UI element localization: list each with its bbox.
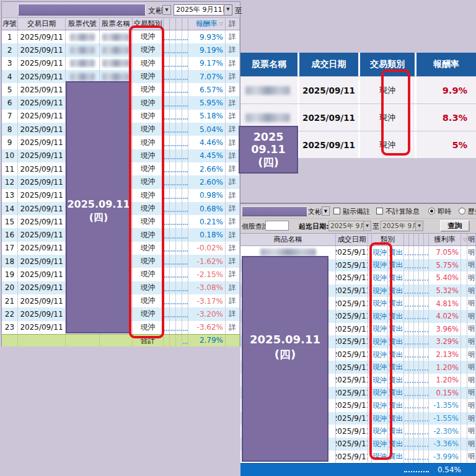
show-note-checkbox[interactable] (333, 208, 340, 214)
to-date-select[interactable]: 2025年 9月10日 ▼ (381, 221, 423, 231)
censor-dots (177, 223, 182, 225)
col-product-name[interactable]: 商品名稱 (240, 234, 336, 245)
col-deal-date[interactable]: 成交日期 (336, 234, 368, 245)
detail-link[interactable]: 明 (467, 297, 476, 310)
detail-link[interactable]: 詳 (226, 149, 240, 162)
empty-cell (461, 387, 467, 400)
chevron-down-icon[interactable]: ▼ (363, 221, 371, 231)
detail-link[interactable]: 詳 (226, 96, 240, 109)
detail-link[interactable]: 明 (467, 361, 476, 374)
composite-screenshot: { "icons": { "chevron_down": "▼", "sort_… (0, 0, 476, 476)
table-row[interactable]: 1 2025/09/11 現沖 9.93% 詳 (2, 30, 240, 43)
detail-link[interactable]: 明 (467, 335, 476, 348)
daytrade-type-cell: 現沖 (372, 284, 388, 298)
detail-link[interactable]: 詳 (226, 57, 240, 70)
detail-link[interactable]: 詳 (226, 215, 240, 228)
chevron-down-icon[interactable]: ▼ (224, 5, 232, 15)
from-date-select[interactable]: 2025年 9月10日 ▼ (328, 221, 371, 231)
detail-link[interactable]: 詳 (226, 83, 240, 96)
detail-link[interactable]: 詳 (226, 70, 240, 83)
censored-stock-name (102, 60, 130, 67)
col-seq[interactable]: 序號 (2, 18, 18, 30)
detail-link[interactable]: 明 (467, 348, 476, 361)
no-exdividend-checkbox[interactable] (376, 208, 383, 214)
history-radio[interactable] (459, 208, 465, 214)
censored-cell (409, 412, 414, 425)
detail-link[interactable]: 明 (467, 284, 476, 298)
chevron-down-icon[interactable]: ▼ (322, 206, 330, 216)
censored-account-dropdown[interactable] (242, 206, 307, 216)
detail-link[interactable]: 詳 (226, 162, 240, 175)
detail-link[interactable]: 詳 (226, 242, 240, 255)
overlay-date: 2025.09.11 (243, 332, 327, 346)
col-stock-name[interactable]: 股票名稱 (100, 18, 133, 30)
col-deal-date[interactable]: 成交日期 (299, 53, 360, 76)
detail-link[interactable]: 詳 (226, 228, 240, 241)
detail-link[interactable]: 詳 (226, 30, 240, 43)
return-rate-cell: 9.19% (188, 43, 226, 56)
detail-link[interactable]: 明 (467, 374, 476, 387)
censored-cell (182, 162, 188, 175)
stock-query-input[interactable] (265, 221, 289, 231)
detail-link[interactable]: 明 (467, 259, 476, 272)
detail-link[interactable]: 詳 (226, 268, 240, 281)
detail-link[interactable]: 詳 (226, 307, 240, 320)
table-row[interactable]: 2 2025/09/11 現沖 9.19% 詳 (2, 43, 240, 56)
col-trade-type[interactable]: 交易類別 (360, 53, 416, 76)
sort-icon[interactable]: ▽ (219, 21, 223, 27)
col-type[interactable]: 類別 (372, 234, 404, 245)
col-detail[interactable]: 詳 (226, 18, 240, 30)
query-button[interactable]: 查詢 (440, 220, 470, 232)
detail-link[interactable]: 詳 (226, 294, 240, 307)
col-return-rate[interactable]: 報酬率 (416, 53, 476, 76)
censored-stock-code (70, 46, 95, 54)
col-stock-code[interactable]: 股票代號 (66, 18, 100, 30)
censored-product-name (260, 249, 316, 256)
deal-date-cell: 2025/9/11 (336, 374, 368, 387)
censored-cell (409, 259, 414, 272)
censor-dots (183, 289, 188, 291)
censored-cell (419, 387, 424, 400)
detail-link[interactable]: 明 (467, 246, 476, 259)
detail-link[interactable]: 詳 (226, 175, 240, 188)
detail-link[interactable]: 明 (467, 387, 476, 400)
detail-link[interactable]: 明 (467, 438, 476, 451)
daytrade-type-cell: 現沖 (372, 438, 388, 451)
detail-link[interactable]: 詳 (226, 281, 240, 294)
detail-link[interactable]: 詳 (226, 202, 240, 215)
detail-link[interactable]: 詳 (226, 321, 240, 334)
chevron-down-icon[interactable]: ▼ (162, 5, 171, 15)
sort-icon[interactable]: ▽ (461, 234, 467, 245)
table-row[interactable]: 2025/09/11 現沖 9.9% (240, 77, 476, 104)
start-date-select[interactable]: 2025年 9月11日 ▼ (174, 4, 232, 15)
detail-link[interactable]: 詳 (226, 123, 240, 136)
censored-cell (419, 297, 424, 310)
detail-link[interactable]: 明 (467, 425, 476, 438)
profit-rate-cell: 5.32% (429, 284, 461, 298)
detail-link[interactable]: 明 (467, 310, 476, 323)
col-stock-name[interactable]: 股票名稱 (240, 53, 299, 76)
realtime-radio[interactable] (428, 208, 435, 214)
col-detail[interactable]: 明 (467, 234, 476, 245)
chevron-down-icon[interactable]: ▼ (415, 221, 423, 231)
col-trade-date[interactable]: 交易日期 (18, 18, 66, 30)
detail-link[interactable]: 詳 (226, 43, 240, 56)
col-trade-type[interactable]: 交易類別 (133, 18, 164, 30)
detail-link[interactable]: 明 (467, 323, 476, 336)
detail-link[interactable]: 明 (467, 399, 476, 412)
table-row[interactable]: 3 2025/09/11 現沖 9.17% 詳 (2, 57, 240, 70)
deal-date-cell: 2025/9/11 (336, 310, 368, 323)
detail-link[interactable]: 詳 (226, 189, 240, 202)
profit-rate-cell: 3.96% (429, 323, 461, 336)
user-name-label: 文彬 (308, 207, 322, 216)
detail-link[interactable]: 明 (467, 451, 476, 464)
detail-link[interactable]: 詳 (226, 136, 240, 149)
detail-link[interactable]: 明 (467, 412, 476, 425)
detail-link[interactable]: 詳 (226, 255, 240, 268)
col-return-rate[interactable]: 報酬率▽ (188, 18, 226, 30)
censored-account-dropdown[interactable] (18, 4, 146, 15)
detail-link[interactable]: 詳 (226, 110, 240, 123)
col-hidden (182, 18, 188, 30)
col-profit-rate[interactable]: 獲利率 (429, 234, 461, 245)
detail-link[interactable]: 明 (467, 271, 476, 284)
